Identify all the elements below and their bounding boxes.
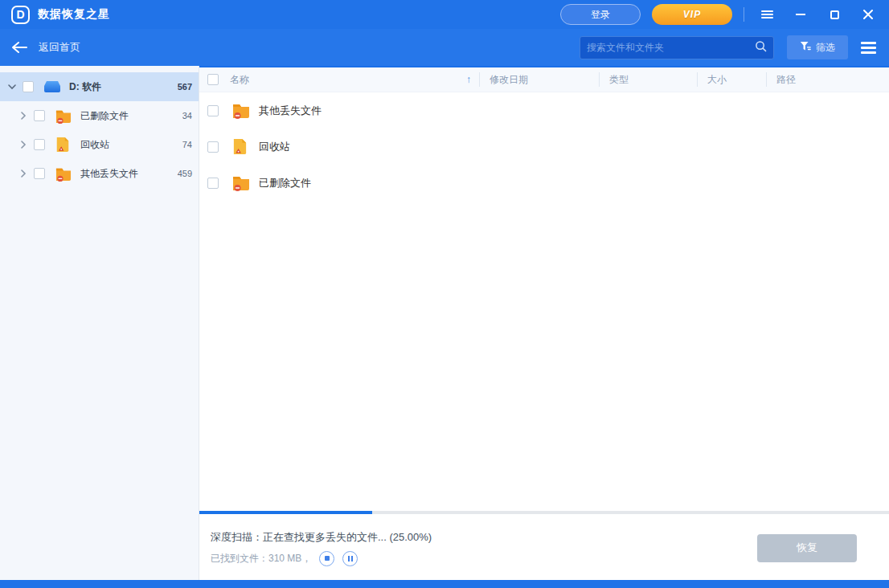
checkbox[interactable] xyxy=(34,139,45,150)
funnel-icon xyxy=(800,41,811,55)
found-files-text: 已找到文件：310 MB， xyxy=(211,552,311,566)
filter-label: 筛选 xyxy=(816,41,835,55)
column-label: 大小 xyxy=(707,73,727,87)
recycle-bin-icon xyxy=(55,137,72,153)
login-button[interactable]: 登录 xyxy=(560,4,641,25)
close-button[interactable] xyxy=(857,4,879,25)
column-label: 路径 xyxy=(776,73,796,87)
sidebar-item-deleted-files[interactable]: 已删除文件 34 xyxy=(0,101,199,130)
column-label: 修改日期 xyxy=(490,73,528,87)
recover-button[interactable]: 恢复 xyxy=(757,534,857,562)
sidebar-item-count: 459 xyxy=(178,169,192,178)
progress-fill xyxy=(199,511,372,514)
chevron-down-icon[interactable] xyxy=(6,84,18,90)
select-all-checkbox[interactable] xyxy=(207,74,219,85)
folder-deleted-icon xyxy=(55,108,72,124)
sidebar-item-count: 74 xyxy=(182,140,192,149)
sort-ascending-icon[interactable]: ↑ xyxy=(466,74,471,85)
sidebar-item-count: 567 xyxy=(178,82,192,92)
more-menu-icon[interactable] xyxy=(861,39,876,56)
window-bottom-strip xyxy=(0,580,889,588)
checkbox[interactable] xyxy=(207,105,219,116)
sidebar-item-label: 已删除文件 xyxy=(80,109,178,123)
file-list-pane: 名称 ↑ 修改日期 类型 大小 路径 其他丢失文件 xyxy=(199,66,889,580)
folder-deleted-icon xyxy=(231,174,251,191)
drive-icon xyxy=(43,79,61,95)
minimize-button[interactable] xyxy=(789,4,812,25)
search-icon[interactable] xyxy=(755,40,767,55)
app-title: 数据恢复之星 xyxy=(38,7,110,22)
table-header: 名称 ↑ 修改日期 类型 大小 路径 xyxy=(199,67,889,92)
folder-lost-icon xyxy=(55,165,72,182)
sidebar-item-other-lost-files[interactable]: 其他丢失文件 459 xyxy=(0,159,199,188)
table-row[interactable]: 回收站 xyxy=(199,129,889,165)
pause-scan-button[interactable] xyxy=(342,551,358,566)
table-row[interactable]: 已删除文件 xyxy=(199,165,889,201)
sidebar-item-recycle-bin[interactable]: 回收站 74 xyxy=(0,130,199,159)
column-header-name[interactable]: 名称 ↑ xyxy=(199,72,479,87)
titlebar-menu-icon[interactable] xyxy=(756,4,778,25)
sidebar-item-label: 其他丢失文件 xyxy=(80,167,173,181)
sidebar-item-label: 回收站 xyxy=(80,138,178,152)
checkbox[interactable] xyxy=(23,81,34,92)
sidebar-item-label: D: 软件 xyxy=(69,80,173,94)
app-logo-icon: D xyxy=(11,6,30,24)
column-label: 名称 xyxy=(230,73,249,87)
checkbox[interactable] xyxy=(207,178,219,189)
chevron-right-icon[interactable] xyxy=(18,169,29,178)
stop-icon xyxy=(325,556,330,561)
folder-lost-icon xyxy=(231,102,251,119)
checkbox[interactable] xyxy=(34,110,45,121)
checkbox[interactable] xyxy=(34,168,45,179)
scan-status-text: 深度扫描：正在查找更多丢失的文件... (25.00%) xyxy=(211,530,432,545)
column-header-size[interactable]: 大小 xyxy=(697,72,766,87)
chevron-right-icon[interactable] xyxy=(18,112,29,120)
file-name: 已删除文件 xyxy=(259,176,311,190)
toolbar: 返回首页 筛选 xyxy=(0,29,889,66)
sidebar-tree: D: 软件 567 已删除文件 34 xyxy=(0,66,199,580)
sidebar-item-count: 34 xyxy=(182,111,192,120)
status-bar: 深度扫描：正在查找更多丢失的文件... (25.00%) 已找到文件：310 M… xyxy=(199,516,889,580)
column-header-path[interactable]: 路径 xyxy=(766,72,889,87)
pause-icon xyxy=(348,556,353,561)
file-name: 回收站 xyxy=(259,140,290,154)
filter-button[interactable]: 筛选 xyxy=(787,35,848,59)
app-window: D 数据恢复之星 登录 VIP 返回首页 xyxy=(0,0,889,588)
maximize-button[interactable] xyxy=(823,4,846,25)
back-home-link[interactable]: 返回首页 xyxy=(39,40,80,55)
recycle-bin-icon xyxy=(231,138,251,155)
scan-progress-bar xyxy=(199,511,889,514)
titlebar-separator xyxy=(744,7,744,22)
chevron-right-icon[interactable] xyxy=(18,141,29,149)
column-header-date[interactable]: 修改日期 xyxy=(479,72,599,87)
search-box[interactable] xyxy=(580,36,774,59)
column-label: 类型 xyxy=(609,73,629,87)
checkbox[interactable] xyxy=(207,141,219,153)
vip-button[interactable]: VIP xyxy=(652,4,732,25)
back-arrow-icon[interactable] xyxy=(11,41,27,54)
column-header-type[interactable]: 类型 xyxy=(599,72,697,87)
table-row[interactable]: 其他丢失文件 xyxy=(199,92,889,129)
stop-scan-button[interactable] xyxy=(319,551,334,566)
search-input[interactable] xyxy=(587,42,755,53)
titlebar: D 数据恢复之星 登录 VIP xyxy=(0,0,889,29)
sidebar-item-drive[interactable]: D: 软件 567 xyxy=(0,72,199,101)
file-name: 其他丢失文件 xyxy=(259,104,322,118)
